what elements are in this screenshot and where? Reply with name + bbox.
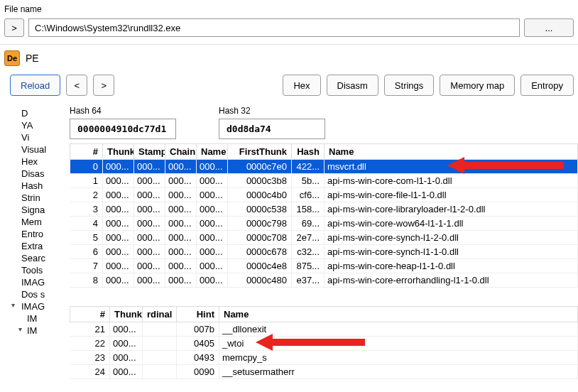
column-header[interactable]: Thunk	[103, 144, 134, 160]
table-row[interactable]: 1000...000...000...000...0000c3b85b...ap…	[70, 174, 578, 188]
table-row[interactable]: 6000...000...000...000...0000c678c32...a…	[70, 245, 578, 259]
table-row[interactable]: 21000...007b__dllonexit	[70, 322, 578, 337]
table-row[interactable]: 4000...000...000...000...0000c79869...ap…	[70, 217, 578, 231]
column-header[interactable]: Thunk	[110, 307, 143, 322]
sidebar-item[interactable]: Hex	[3, 156, 65, 168]
sidebar-item[interactable]: Tools	[3, 264, 65, 276]
table-row[interactable]: 2000...000...000...000...0000c4b0cf6...a…	[70, 188, 578, 202]
table-row[interactable]: 5000...000...000...000...0000c7082e7...a…	[70, 231, 578, 245]
sidebar-item[interactable]: YA	[3, 119, 65, 131]
nav-prev-button[interactable]: <	[66, 75, 87, 96]
table-row[interactable]: 24000...0090__setusermatherr	[70, 365, 578, 379]
file-name-label: File name	[4, 4, 574, 14]
caret-down-icon: ▾	[18, 325, 26, 333]
hex-button[interactable]: Hex	[283, 75, 320, 96]
column-header[interactable]: Chain	[165, 144, 197, 160]
column-header[interactable]: FirstThunk	[228, 144, 292, 160]
column-header[interactable]: #	[70, 144, 103, 160]
disasm-button[interactable]: Disasm	[327, 75, 378, 96]
strings-button[interactable]: Strings	[384, 75, 434, 96]
sidebar-item[interactable]: Dos s	[3, 288, 65, 300]
pe-icon: De	[4, 50, 20, 66]
table-row[interactable]: 3000...000...000...000...0000c538158...a…	[70, 202, 578, 217]
table-row[interactable]: 23000...0493memcpy_s	[70, 351, 578, 365]
column-header[interactable]: Name	[219, 307, 578, 322]
memory-map-button[interactable]: Memory map	[440, 75, 515, 96]
sidebar-item[interactable]: Mem	[3, 216, 65, 228]
column-header[interactable]: #	[70, 307, 110, 322]
reload-button[interactable]: Reload	[10, 75, 60, 96]
pe-title: PE	[26, 53, 39, 64]
nav-next-button[interactable]: >	[93, 75, 114, 96]
caret-down-icon: ▾	[11, 301, 18, 309]
sidebar-item[interactable]: Searc	[3, 252, 65, 264]
functions-table: # Thunk rdinal Hint Name 21000...007b__d…	[70, 306, 578, 379]
sidebar-item[interactable]: Strin	[3, 192, 65, 204]
imports-table: # Thunk Stamp Chain Name FirstThunk Hash…	[70, 143, 578, 288]
sidebar-item[interactable]: Vi	[3, 131, 65, 143]
file-toggle-button[interactable]: >	[4, 18, 24, 37]
sidebar: D YA Vi Visual Hex Disas Hash Strin Sign…	[0, 106, 65, 392]
hash32-value[interactable]: d0d8da74	[219, 119, 325, 139]
sidebar-item[interactable]: Entro	[3, 228, 65, 240]
sidebar-item[interactable]: Signa	[3, 204, 65, 216]
sidebar-item[interactable]: IMAG	[3, 276, 65, 288]
hash64-value[interactable]: 0000004910dc77d1	[70, 119, 176, 139]
sidebar-item[interactable]: Visual	[3, 143, 65, 156]
column-header[interactable]: Name	[197, 144, 228, 160]
entropy-button[interactable]: Entropy	[520, 75, 574, 96]
file-path-input[interactable]	[28, 18, 520, 37]
column-header[interactable]: Stamp	[134, 144, 165, 160]
sidebar-item[interactable]: Extra	[3, 240, 65, 252]
sidebar-item[interactable]: Hash	[3, 180, 65, 192]
hash64-label: Hash 64	[70, 106, 176, 116]
sidebar-item[interactable]: D	[3, 107, 65, 119]
sidebar-item[interactable]: IM	[3, 312, 65, 325]
sidebar-item[interactable]: ▾IM	[3, 325, 65, 337]
column-header[interactable]: Hint	[177, 307, 219, 322]
table-row[interactable]: 7000...000...000...000...0000c4e8875...a…	[70, 259, 578, 273]
column-header[interactable]: rdinal	[143, 307, 177, 322]
hash32-label: Hash 32	[219, 106, 325, 116]
browse-button[interactable]: ...	[524, 18, 574, 37]
table-row[interactable]: 8000...000...000...000...0000c480e37...a…	[70, 273, 578, 288]
sidebar-item[interactable]: ▾IMAG	[3, 300, 65, 312]
sidebar-item[interactable]: Disas	[3, 168, 65, 180]
column-header[interactable]: Hash	[292, 144, 325, 160]
